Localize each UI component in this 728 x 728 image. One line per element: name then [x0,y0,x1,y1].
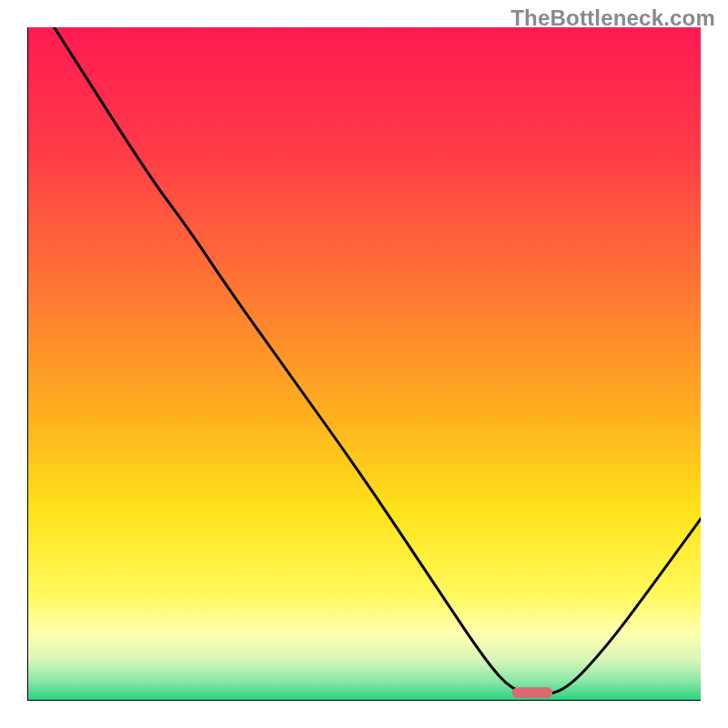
highlight-pill [512,687,552,698]
chart-container: TheBottleneck.com [0,0,728,728]
chart-svg [27,27,701,701]
gradient-background [27,27,701,701]
plot-area [27,27,701,701]
watermark-text: TheBottleneck.com [511,5,715,31]
